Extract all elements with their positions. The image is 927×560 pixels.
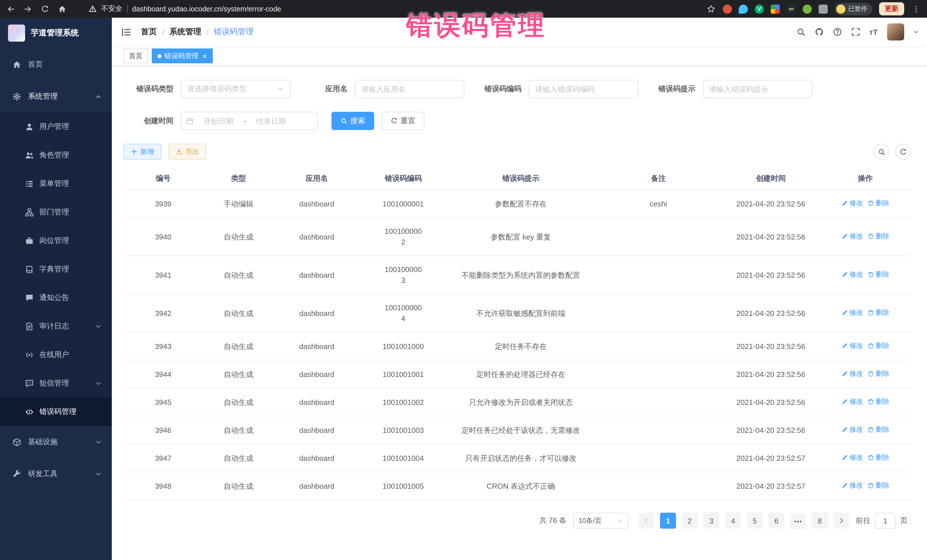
breadcrumb-item[interactable]: 错误码管理 (214, 27, 254, 37)
forward-icon[interactable] (23, 4, 33, 14)
edit-link[interactable]: 修改 (842, 480, 863, 491)
error-code-input[interactable] (529, 80, 638, 98)
date-range-picker[interactable]: - (181, 112, 318, 130)
page-button-4[interactable]: 4 (725, 513, 741, 529)
error-type-select[interactable]: 请选择错误码类型 (181, 80, 290, 98)
page-button-6[interactable]: 6 (768, 513, 784, 529)
close-icon[interactable]: × (202, 52, 207, 59)
back-icon[interactable] (6, 4, 16, 14)
delete-link[interactable]: 删除 (868, 369, 889, 379)
breadcrumb-item[interactable]: 系统管理 (169, 27, 201, 37)
reload-icon[interactable] (40, 4, 50, 14)
sidebar-item-system[interactable]: 系统管理 (0, 80, 112, 112)
extension-icon[interactable]: V (755, 4, 764, 14)
next-page-button[interactable] (833, 513, 849, 529)
delete-link[interactable]: 删除 (868, 480, 889, 491)
sidebar-item-menu[interactable]: 菜单管理 (0, 169, 112, 198)
update-button[interactable]: 更新 (879, 2, 904, 15)
app-logo[interactable]: 芋道管理系统 (0, 18, 112, 49)
edit-link[interactable]: 修改 (842, 340, 863, 351)
edit-link[interactable]: 修改 (842, 369, 863, 379)
delete-link[interactable]: 删除 (868, 307, 889, 318)
sidebar-item-post[interactable]: 岗位管理 (0, 226, 112, 255)
end-date-input[interactable] (248, 117, 294, 125)
sidebar-item-error-code[interactable]: 错误码管理 (0, 398, 112, 426)
user-avatar[interactable] (887, 23, 904, 41)
help-icon[interactable] (833, 27, 842, 36)
font-size-icon[interactable]: тT (869, 28, 878, 36)
sidebar-item-infra[interactable]: 基础设施 (0, 426, 112, 458)
start-date-input[interactable] (196, 117, 241, 125)
delete-link[interactable]: 删除 (868, 269, 889, 280)
edit-link[interactable]: 修改 (842, 231, 863, 242)
sidebar-item-online-user[interactable]: 在线用户 (0, 340, 112, 369)
page-button-1[interactable]: 1 (660, 513, 676, 529)
sidebar-item-user[interactable]: 用户管理 (0, 112, 112, 141)
page-button-2[interactable]: 2 (682, 513, 698, 529)
show-search-button[interactable] (873, 144, 889, 160)
home-icon[interactable] (57, 4, 67, 14)
column-header[interactable]: 编号 (123, 168, 203, 190)
delete-link[interactable]: 删除 (868, 396, 889, 407)
page-button-3[interactable]: 3 (704, 513, 719, 529)
extension-icon[interactable] (802, 4, 812, 14)
puzzle-extension-icon[interactable] (819, 4, 828, 14)
page-button-8[interactable]: 8 (812, 513, 828, 529)
sidebar-item-home[interactable]: 首页 (0, 49, 112, 80)
column-header[interactable]: 类型 (203, 168, 274, 190)
edit-link[interactable]: 修改 (842, 198, 863, 209)
address-bar[interactable]: 不安全 dashboard.yudao.iocoder.cn/system/er… (89, 4, 699, 14)
extension-icon[interactable] (723, 4, 732, 14)
refresh-table-button[interactable] (895, 144, 911, 160)
reset-button[interactable]: 重置 (381, 112, 424, 130)
browser-profile-chip[interactable]: 已暂停 (834, 3, 872, 15)
delete-link[interactable]: 删除 (868, 231, 889, 242)
goto-page-input[interactable] (875, 513, 896, 529)
table-toolbar: 新增 导出 (123, 144, 911, 160)
sidebar-item-dict[interactable]: 字典管理 (0, 255, 112, 284)
error-msg-input[interactable] (703, 80, 812, 98)
search-button[interactable]: 搜索 (331, 112, 374, 130)
export-button[interactable]: 导出 (168, 144, 207, 160)
column-header[interactable]: 备注 (595, 168, 722, 190)
sidebar-item-notice[interactable]: 通知公告 (0, 284, 112, 312)
delete-link[interactable]: 删除 (868, 198, 889, 209)
chevron-down-icon[interactable] (913, 29, 919, 35)
sidebar-item-sms[interactable]: 短信管理 (0, 369, 112, 398)
sidebar-item-audit-log[interactable]: 审计日志 (0, 312, 112, 340)
prev-page-button[interactable] (638, 513, 654, 529)
page-ellipsis[interactable]: ••• (790, 513, 806, 529)
more-menu-icon[interactable] (911, 4, 921, 14)
column-header[interactable]: 操作 (820, 168, 911, 190)
edit-link[interactable]: 修改 (842, 269, 863, 280)
tab-home[interactable]: 首页 (123, 49, 148, 63)
sidebar-toggle-icon[interactable] (112, 27, 141, 37)
edit-link[interactable]: 修改 (842, 396, 863, 407)
add-button[interactable]: 新增 (123, 144, 161, 160)
sidebar-item-role[interactable]: 角色管理 (0, 141, 112, 169)
sidebar-item-dept[interactable]: 部门管理 (0, 198, 112, 226)
extension-icon[interactable]: on (787, 4, 796, 14)
edit-link[interactable]: 修改 (842, 452, 863, 463)
tab-error-code[interactable]: 错误码管理× (152, 49, 213, 63)
delete-link[interactable]: 删除 (868, 424, 889, 435)
column-header[interactable]: 错误码编码 (360, 168, 447, 190)
sidebar-item-dev-tools[interactable]: 研发工具 (0, 458, 112, 490)
column-header[interactable]: 错误码提示 (447, 168, 595, 190)
edit-link[interactable]: 修改 (842, 424, 863, 435)
edit-link[interactable]: 修改 (842, 307, 863, 318)
column-header[interactable]: 创建时间 (722, 168, 819, 190)
breadcrumb-item[interactable]: 首页 (141, 27, 157, 37)
fullscreen-icon[interactable] (851, 27, 860, 36)
page-size-select[interactable]: 10条/页 (573, 513, 629, 529)
search-icon[interactable] (796, 27, 805, 36)
extension-icon[interactable] (739, 4, 748, 14)
page-button-5[interactable]: 5 (747, 513, 763, 529)
delete-link[interactable]: 删除 (868, 340, 889, 351)
column-header[interactable]: 应用名 (274, 168, 359, 190)
extension-icon[interactable] (771, 4, 780, 14)
bookmark-star-icon[interactable] (706, 4, 716, 14)
github-icon[interactable] (815, 27, 824, 36)
delete-link[interactable]: 删除 (868, 452, 889, 463)
app-name-input[interactable] (355, 80, 464, 98)
